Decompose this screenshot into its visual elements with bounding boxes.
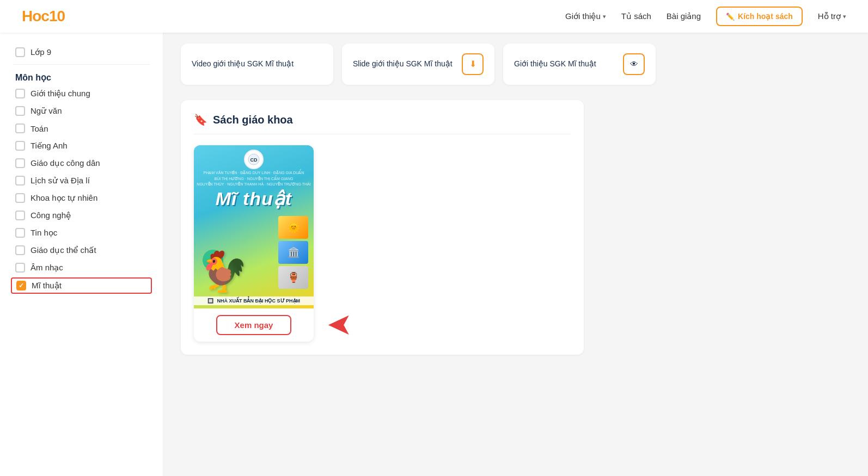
resource-cards: Video giới thiệu SGK Mĩ thuật Slide giới… bbox=[181, 44, 851, 85]
sidebar-item-ngu-van[interactable]: Ngữ văn bbox=[13, 102, 150, 120]
pencil-icon bbox=[726, 12, 735, 21]
bookmark-icon: 🔖 bbox=[194, 113, 207, 126]
sidebar-label-11: Mĩ thuật bbox=[32, 281, 62, 290]
sidebar-item-ls-dl[interactable]: Lịch sử và Địa lí bbox=[13, 172, 150, 189]
book-action: Xem ngay bbox=[194, 308, 314, 342]
book-logo: CD bbox=[244, 150, 264, 169]
sidebar-label-0: Giới thiệu chung bbox=[30, 89, 90, 98]
activate-book-label: Kích hoạt sách bbox=[738, 12, 793, 21]
sidebar-label-3: Tiếng Anh bbox=[30, 141, 68, 151]
nav-item-bai-giang[interactable]: Bài giảng bbox=[667, 11, 701, 21]
main-nav: Giới thiệu ▾ Tủ sách Bài giảng Kích hoạt… bbox=[565, 7, 846, 26]
activate-book-button[interactable]: Kích hoạt sách bbox=[716, 7, 803, 26]
page-layout: Lớp 9 Môn học Giới thiệu chung Ngữ văn T… bbox=[0, 33, 868, 476]
checkbox-ls-dl[interactable] bbox=[15, 176, 25, 186]
resource-card-video: Video giới thiệu SGK Mĩ thuật bbox=[181, 44, 333, 85]
sidebar-label-6: Khoa học tự nhiên bbox=[30, 193, 97, 203]
arrow-container: ➤ bbox=[327, 306, 352, 342]
sidebar-item-mi-thuat[interactable]: Mĩ thuật bbox=[11, 277, 152, 294]
sgk-divider bbox=[194, 134, 571, 134]
checkbox-ngu-van[interactable] bbox=[15, 106, 25, 116]
resource-card-slide: Slide giới thiệu SGK Mĩ thuật bbox=[342, 44, 494, 85]
sidebar-label-10: Âm nhạc bbox=[30, 263, 63, 273]
book-publisher: 🔲 NHÀ XUẤT BẢN ĐẠI HỌC SƯ PHẠM bbox=[194, 296, 314, 305]
logo-suffix: 10 bbox=[49, 8, 65, 24]
nav-label-bai-giang: Bài giảng bbox=[667, 11, 701, 21]
resource-card-gioi-thieu-label: Giới thiệu SGK Mĩ thuật bbox=[514, 59, 616, 70]
nav-label-gioi-thieu: Giới thiệu bbox=[565, 11, 601, 21]
book-title-text: Mĩ thuật bbox=[194, 188, 314, 209]
sidebar-section-monhoc: Môn học bbox=[15, 72, 150, 83]
nav-label-ho-tro: Hỗ trợ bbox=[818, 11, 841, 21]
sgk-title-label: Sách giáo khoa bbox=[213, 114, 293, 126]
main-content: Video giới thiệu SGK Mĩ thuật Slide giới… bbox=[163, 33, 868, 476]
checkbox-am-nhac[interactable] bbox=[15, 263, 25, 273]
checkbox-khtn[interactable] bbox=[15, 193, 25, 203]
book-card-mi-thuat: CD PHẠM VĂN TUYẾN · ĐẶNG DUY LINH · ĐẶNG… bbox=[194, 145, 314, 342]
sidebar-label-4: Giáo dục công dân bbox=[30, 158, 100, 168]
sidebar-divider bbox=[13, 64, 150, 65]
sidebar-item-gdcd[interactable]: Giáo dục công dân bbox=[13, 154, 150, 172]
eye-button[interactable] bbox=[623, 53, 645, 75]
sidebar-item-tin-hoc[interactable]: Tin học bbox=[13, 224, 150, 242]
xem-ngay-button[interactable]: Xem ngay bbox=[216, 315, 292, 335]
svg-text:CD: CD bbox=[250, 157, 258, 163]
sidebar-item-khtn[interactable]: Khoa học tự nhiên bbox=[13, 189, 150, 207]
book-cover: CD PHẠM VĂN TUYẾN · ĐẶNG DUY LINH · ĐẶNG… bbox=[194, 145, 314, 308]
eye-icon bbox=[630, 58, 638, 70]
sidebar-item-toan[interactable]: Toán bbox=[13, 120, 150, 137]
sidebar-item-cong-nghe[interactable]: Công nghệ bbox=[13, 207, 150, 224]
nav-label-tu-sach: Tủ sách bbox=[621, 11, 651, 21]
download-icon bbox=[469, 58, 476, 70]
checkbox-gioi-thieu-chung[interactable] bbox=[15, 89, 25, 98]
nav-item-ho-tro[interactable]: Hỗ trợ ▾ bbox=[818, 11, 846, 21]
checkbox-toan[interactable] bbox=[15, 123, 25, 133]
header: Hoc10 Giới thiệu ▾ Tủ sách Bài giảng Kíc… bbox=[0, 0, 868, 33]
sidebar-label-5: Lịch sử và Địa lí bbox=[30, 176, 90, 186]
nav-item-tu-sach[interactable]: Tủ sách bbox=[621, 11, 651, 21]
sgk-section: 🔖 Sách giáo khoa CD PHẠM VĂN bbox=[181, 100, 584, 355]
sidebar: Lớp 9 Môn học Giới thiệu chung Ngữ văn T… bbox=[0, 33, 163, 476]
checkbox-gdtc[interactable] bbox=[15, 245, 25, 255]
sidebar-item-am-nhac[interactable]: Âm nhạc bbox=[13, 259, 150, 276]
resource-card-slide-label: Slide giới thiệu SGK Mĩ thuật bbox=[353, 59, 455, 70]
download-button[interactable] bbox=[462, 53, 484, 75]
checkbox-tin-hoc[interactable] bbox=[15, 228, 25, 238]
chevron-down-icon-hotro: ▾ bbox=[843, 13, 846, 20]
sidebar-item-gdtc[interactable]: Giáo dục thể chất bbox=[13, 242, 150, 259]
sidebar-item-gioi-thieu-chung[interactable]: Giới thiệu chung bbox=[13, 85, 150, 102]
checkbox-tieng-anh[interactable] bbox=[15, 141, 25, 151]
sidebar-label-7: Công nghệ bbox=[30, 211, 71, 220]
chevron-down-icon: ▾ bbox=[603, 13, 606, 20]
book-cover-inner: CD PHẠM VĂN TUYẾN · ĐẶNG DUY LINH · ĐẶNG… bbox=[194, 145, 314, 308]
sidebar-item-lop9[interactable]: Lớp 9 bbox=[13, 44, 150, 61]
resource-card-gioi-thieu: Giới thiệu SGK Mĩ thuật bbox=[503, 44, 656, 85]
sidebar-item-tieng-anh[interactable]: Tiếng Anh bbox=[13, 137, 150, 154]
sidebar-label-lop9: Lớp 9 bbox=[30, 47, 51, 57]
sidebar-label-2: Toán bbox=[30, 124, 48, 133]
checkbox-cong-nghe[interactable] bbox=[15, 211, 25, 220]
sgk-title: 🔖 Sách giáo khoa bbox=[194, 113, 571, 126]
book-row: CD PHẠM VĂN TUYẾN · ĐẶNG DUY LINH · ĐẶNG… bbox=[194, 145, 571, 342]
left-arrow-icon: ➤ bbox=[327, 306, 352, 342]
checkbox-gdcd[interactable] bbox=[15, 158, 25, 168]
sidebar-label-1: Ngữ văn bbox=[30, 106, 62, 116]
nav-item-gioi-thieu[interactable]: Giới thiệu ▾ bbox=[565, 11, 606, 21]
logo-prefix: Hoc bbox=[22, 8, 49, 24]
book-rooster-art: 🐓 bbox=[199, 252, 248, 291]
sidebar-label-8: Tin học bbox=[30, 228, 57, 238]
sidebar-label-9: Giáo dục thể chất bbox=[30, 245, 96, 255]
checkbox-lop9[interactable] bbox=[15, 47, 25, 57]
resource-card-video-label: Video giới thiệu SGK Mĩ thuật bbox=[192, 59, 322, 70]
checkbox-mi-thuat[interactable] bbox=[16, 281, 26, 290]
publisher-label: NHÀ XUẤT BẢN ĐẠI HỌC SƯ PHẠM bbox=[217, 298, 301, 304]
logo[interactable]: Hoc10 bbox=[22, 8, 65, 25]
